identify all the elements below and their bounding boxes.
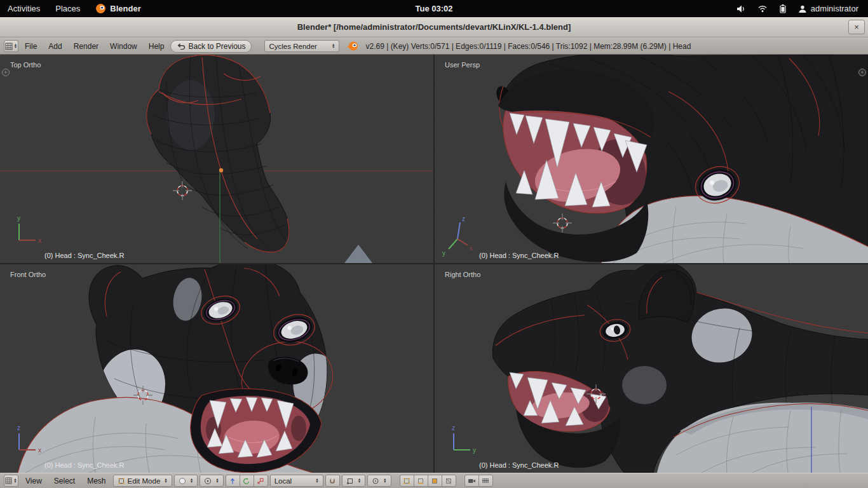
cursor-3d: [553, 214, 572, 233]
viewport-header-bar: ▲▼ View Select Mesh Edit Mode ▲▼ ▲▼: [0, 473, 868, 488]
viewport-canvas-persp: z y x: [435, 55, 868, 263]
viewport-status: (0) Head : Sync_Cheek.R: [44, 252, 124, 259]
viewport-label: Top Ortho: [10, 61, 41, 69]
object-origin-dot: [219, 168, 223, 172]
user-icon: [798, 4, 807, 13]
svg-text:z: z: [462, 215, 465, 222]
blender-logo-icon: [95, 3, 106, 14]
menu-file[interactable]: File: [20, 42, 42, 51]
snap-dropdown-arrows: ▲▼: [358, 478, 361, 483]
menu-render[interactable]: Render: [69, 42, 104, 51]
clock[interactable]: Tue 03:02: [415, 4, 452, 13]
scale-square-icon: [257, 477, 264, 485]
edit-mode-icon: [118, 477, 125, 485]
menu-mesh[interactable]: Mesh: [82, 477, 111, 485]
opengl-render-button[interactable]: [465, 475, 479, 487]
svg-text:x: x: [38, 447, 41, 454]
engine-dropdown-arrows: ▲▼: [332, 44, 335, 48]
snap-element-dropdown[interactable]: ▲▼: [342, 475, 365, 487]
scene-statistics: v2.69 | (Key) Verts:0/571 | Edges:0/1119…: [365, 42, 691, 51]
user-label: administrator: [811, 4, 858, 13]
user-menu[interactable]: administrator: [794, 4, 863, 13]
edge-select-button[interactable]: [414, 475, 428, 487]
area-expand-handle-right[interactable]: +: [858, 69, 866, 76]
window-close-button[interactable]: ×: [848, 20, 865, 34]
menu-add[interactable]: Add: [43, 42, 67, 51]
manipulator-scale-button[interactable]: [254, 475, 268, 487]
viewport-shading-dropdown[interactable]: ▲▼: [174, 475, 198, 487]
svg-text:z: z: [452, 424, 455, 431]
viewport-user-persp[interactable]: z y x User Persp (0) Head : Sync_Cheek.R: [435, 55, 868, 263]
viewport-right-ortho[interactable]: z y Right Ortho (0) Head : Sync_Cheek.R: [435, 264, 868, 473]
pivot-icon: [204, 477, 212, 485]
viewport-status: (0) Head : Sync_Cheek.R: [479, 461, 559, 469]
menu-select[interactable]: Select: [49, 477, 80, 485]
svg-text:y: y: [17, 215, 20, 222]
limit-to-visible-button[interactable]: [442, 475, 456, 487]
proportional-edit-dropdown[interactable]: ▲▼: [367, 475, 391, 487]
manipulator-rotate-button[interactable]: [240, 475, 254, 487]
viewport-canvas-front: z x: [0, 264, 433, 473]
film-icon: [482, 477, 489, 484]
select-mode-group: [400, 475, 456, 487]
mini-axis-gizmo: z y: [452, 424, 476, 454]
manipulator-toggle-group: [226, 475, 268, 487]
mode-dropdown[interactable]: Edit Mode ▲▼: [113, 475, 172, 487]
mode-value: Edit Mode: [128, 477, 161, 485]
opengl-render-group: [465, 475, 493, 487]
blender-logo-small: [346, 41, 359, 51]
viewport-label: Right Ortho: [445, 271, 480, 278]
camera-icon: [468, 477, 476, 484]
clock-label: Tue 03:02: [415, 4, 452, 13]
vertex-select-icon: [403, 477, 410, 485]
quad-view-area: y x Top Ortho (0) Head : Sync_Cheek.R: [0, 55, 868, 473]
screen: Activities Places Blender Tue 03:02: [0, 0, 868, 488]
viewport-top-ortho[interactable]: y x Top Ortho (0) Head : Sync_Cheek.R: [0, 55, 433, 263]
orientation-dropdown-arrows: ▲▼: [315, 478, 318, 483]
app-menu[interactable]: Blender: [88, 0, 148, 17]
area-expand-handle-left[interactable]: +: [2, 69, 10, 76]
window-title: Blender* [/home/administrator/Documents/…: [297, 22, 571, 32]
editor-type-icon: [5, 477, 12, 484]
render-engine-dropdown[interactable]: Cycles Render ▲▼: [264, 40, 339, 52]
close-icon: ×: [854, 22, 859, 32]
battery-indicator[interactable]: [775, 4, 791, 13]
menu-help[interactable]: Help: [144, 42, 170, 51]
vertex-select-button[interactable]: [400, 475, 414, 487]
opengl-render-anim-button[interactable]: [478, 475, 493, 487]
volume-indicator[interactable]: [731, 4, 750, 13]
menu-window[interactable]: Window: [105, 42, 142, 51]
orientation-value: Local: [275, 477, 292, 485]
translate-arrow-icon: [229, 477, 236, 485]
pivot-point-dropdown[interactable]: ▲▼: [200, 475, 223, 487]
menu-view[interactable]: View: [20, 477, 47, 485]
window-titlebar[interactable]: Blender* [/home/administrator/Documents/…: [0, 17, 868, 37]
wifi-icon: [757, 4, 768, 13]
orientation-dropdown[interactable]: Local ▲▼: [270, 475, 323, 487]
shading-sphere-icon: [179, 477, 186, 485]
viewport-front-ortho[interactable]: z x Front Ortho (0) Head : Sync_Cheek.R: [0, 264, 433, 473]
viewport-label: Front Ortho: [10, 271, 46, 278]
svg-text:x: x: [470, 245, 473, 252]
editor-type-arrows: ▲▼: [14, 44, 17, 48]
manipulator-translate-button[interactable]: [226, 475, 240, 487]
render-engine-value: Cycles Render: [269, 43, 316, 50]
viewport-label: User Persp: [445, 61, 480, 69]
network-indicator[interactable]: [753, 4, 772, 13]
shading-dropdown-arrows: ▲▼: [190, 478, 193, 483]
editor-type-button[interactable]: ▲▼: [4, 475, 18, 487]
activities-button[interactable]: Activities: [0, 0, 48, 17]
snap-toggle-button[interactable]: [325, 475, 340, 487]
activities-label: Activities: [8, 4, 40, 13]
editor-type-button[interactable]: ▲▼: [4, 40, 18, 52]
face-select-icon: [431, 477, 438, 485]
mode-dropdown-arrows: ▲▼: [164, 478, 167, 483]
viewport-splitter-horizontal[interactable]: [0, 263, 868, 264]
face-select-button[interactable]: [428, 475, 442, 487]
app-menu-label: Blender: [110, 4, 140, 13]
back-to-previous-button[interactable]: Back to Previous: [170, 40, 252, 53]
svg-text:z: z: [17, 424, 20, 431]
places-menu[interactable]: Places: [48, 0, 88, 17]
svg-text:x: x: [38, 237, 41, 244]
editor-type-icon: [5, 43, 13, 50]
